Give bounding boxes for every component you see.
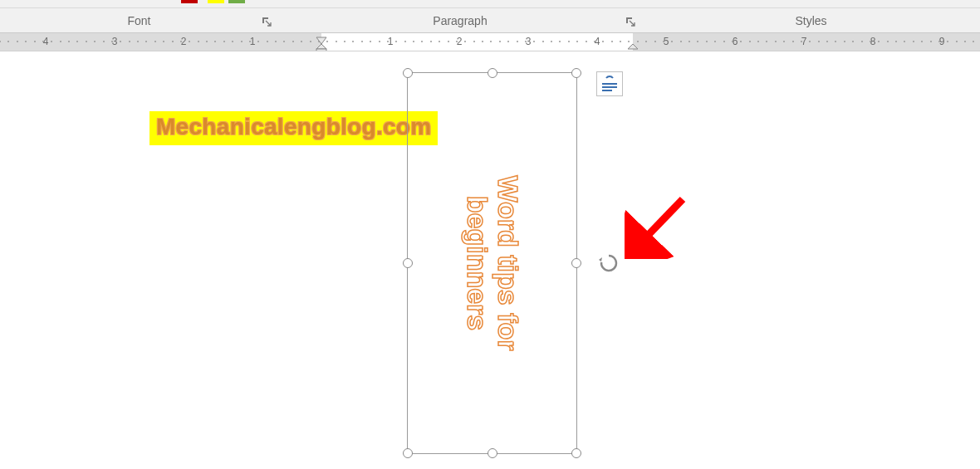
horizontal-ruler[interactable]: 1234123456789: [0, 33, 980, 51]
layout-options-icon: [600, 76, 619, 92]
ribbon-group-styles: Styles: [642, 8, 980, 32]
resize-handle-nw[interactable]: [403, 68, 413, 78]
ribbon-group-font: Font: [0, 8, 278, 32]
textbox-wordart[interactable]: Word tips for beginners: [461, 176, 523, 351]
layout-options-button[interactable]: [596, 71, 623, 96]
ribbon-group-font-label: Font: [127, 14, 150, 27]
ribbon-group-labels: Font Paragraph Styles: [0, 8, 980, 33]
selected-textbox[interactable]: Word tips for beginners: [407, 72, 577, 454]
svg-rect-1: [602, 83, 617, 85]
font-dialog-launcher[interactable]: [261, 16, 272, 27]
svg-line-4: [639, 199, 683, 244]
svg-rect-2: [602, 86, 617, 88]
resize-handle-e[interactable]: [571, 258, 581, 268]
resize-handle-w[interactable]: [403, 258, 413, 268]
rotate-handle-icon[interactable]: [598, 252, 620, 274]
resize-handle-n[interactable]: [488, 68, 497, 78]
resize-handle-sw[interactable]: [403, 448, 413, 458]
ribbon-group-paragraph-label: Paragraph: [433, 14, 487, 27]
paragraph-dialog-launcher[interactable]: [625, 16, 636, 27]
textbox-line2: beginners: [461, 176, 492, 351]
color-swatch: [228, 0, 245, 3]
ribbon-group-styles-label: Styles: [795, 14, 826, 27]
watermark-text: Mechanicalengblog.com: [149, 111, 438, 145]
right-indent-marker[interactable]: [627, 42, 639, 51]
textbox-line1: Word tips for: [492, 176, 524, 351]
first-line-indent-marker[interactable]: [316, 33, 327, 42]
resize-handle-s[interactable]: [488, 448, 497, 458]
annotation-arrow: [625, 193, 691, 259]
left-indent-marker[interactable]: [316, 42, 327, 51]
svg-rect-3: [602, 90, 612, 91]
highlight-color-swatch: [208, 0, 224, 3]
ribbon-top-strip: [0, 0, 980, 8]
font-color-swatch: [181, 0, 198, 3]
document-canvas[interactable]: Mechanicalengblog.com Word tips for begi…: [0, 51, 980, 469]
resize-handle-ne[interactable]: [571, 68, 581, 78]
resize-handle-se[interactable]: [571, 448, 581, 458]
ribbon-group-paragraph: Paragraph: [278, 8, 642, 32]
